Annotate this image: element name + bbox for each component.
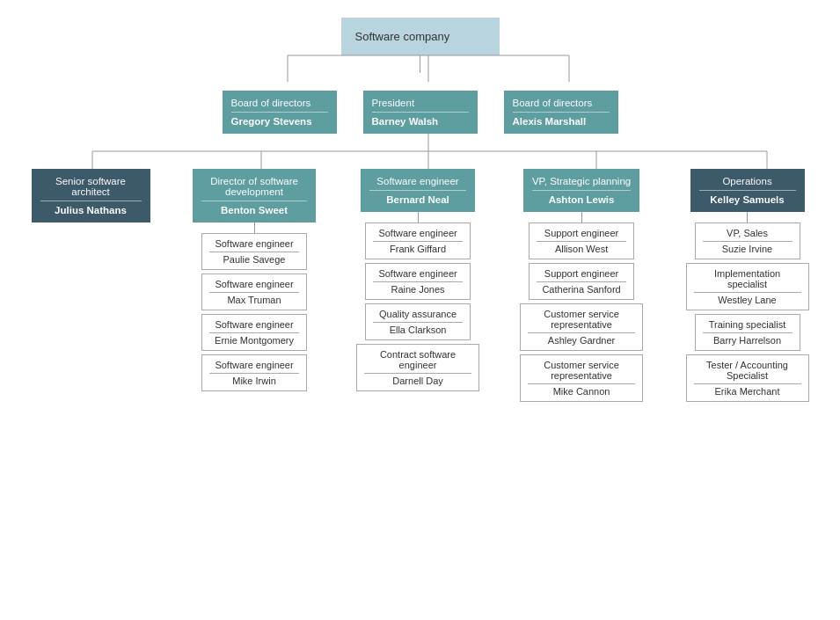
box-ashton: VP, Strategic planning Ashton Lewis: [523, 169, 639, 212]
leaf-ashley: Customer service representative Ashley G…: [520, 303, 643, 351]
bernard-leaves: Software engineer Frank Giffard Software…: [356, 222, 479, 391]
leaf-mikecannon: Customer service representative Mike Can…: [520, 354, 643, 402]
box-kelley: Operations Kelley Samuels: [690, 169, 805, 212]
kelley-name: Kelley Samuels: [699, 194, 796, 205]
leaf-darnell: Contract software engineer Darnell Day: [356, 344, 479, 391]
leaf-westley: Implementation specialist Westley Lane: [686, 263, 809, 310]
ashton-leaves: Support engineer Allison West Support en…: [520, 222, 643, 402]
level3-row: Senior software architect Julius Nathans…: [9, 169, 831, 402]
benton-name: Benton Sweet: [201, 205, 307, 215]
leaf-ernie: Software engineer Ernie Montgomery: [201, 314, 307, 351]
root-role: Software company: [355, 30, 450, 43]
leaf-allison: Support engineer Allison West: [529, 222, 634, 259]
leaf-paulie: Software engineer Paulie Savege: [201, 233, 307, 270]
gregory-name: Gregory Stevens: [231, 116, 328, 127]
leaf-suzie: VP, Sales Suzie Irvine: [695, 222, 800, 259]
l3-julius-col: Senior software architect Julius Nathans: [9, 169, 172, 222]
barney-name: Barney Walsh: [372, 116, 469, 127]
ashton-name: Ashton Lewis: [532, 194, 631, 205]
leaf-erika: Tester / Accounting Specialist Erika Mer…: [686, 354, 809, 402]
bernard-role: Software engineer: [369, 176, 466, 186]
box-julius: Senior software architect Julius Nathans: [32, 169, 150, 222]
benton-role: Director of software development: [201, 176, 307, 197]
julius-role: Senior software architect: [40, 176, 142, 197]
leaf-ella: Quality assurance Ella Clarkson: [365, 303, 471, 340]
leaf-catherina: Support engineer Catherina Sanford: [529, 263, 634, 300]
leaf-raine: Software engineer Raine Jones: [365, 263, 471, 300]
org-chart: Software company Board of directors Greg…: [0, 0, 840, 411]
box-benton: Director of software development Benton …: [193, 169, 316, 222]
l3-ashton-col: VP, Strategic planning Ashton Lewis Supp…: [500, 169, 663, 402]
leaf-mikeirwin: Software engineer Mike Irwin: [201, 354, 307, 391]
alexis-name: Alexis Marshall: [513, 116, 610, 127]
kelley-role: Operations: [699, 176, 796, 186]
benton-leaves: Software engineer Paulie Savege Software…: [201, 233, 307, 391]
l3-kelley-col: Operations Kelley Samuels VP, Sales Suzi…: [663, 169, 831, 402]
root-box: Software company: [341, 18, 500, 55]
connector-l2-l3: [9, 134, 831, 169]
leaf-maxtruman: Software engineer Max Truman: [201, 274, 307, 310]
bernard-name: Bernard Neal: [369, 194, 466, 205]
leaf-frank: Software engineer Frank Giffard: [365, 222, 471, 259]
l3-benton-col: Director of software development Benton …: [172, 169, 336, 391]
kelley-leaves: VP, Sales Suzie Irvine Implementation sp…: [686, 222, 809, 402]
svg-l3-lines: [9, 134, 831, 169]
l3-bernard-col: Software engineer Bernard Neal Software …: [336, 169, 500, 391]
julius-name: Julius Nathans: [40, 205, 142, 215]
leaf-barry: Training specialist Barry Harrelson: [695, 314, 800, 351]
svg-l2-lines: [9, 55, 831, 108]
ashton-role: VP, Strategic planning: [532, 176, 631, 186]
box-bernard: Software engineer Bernard Neal: [361, 169, 475, 212]
